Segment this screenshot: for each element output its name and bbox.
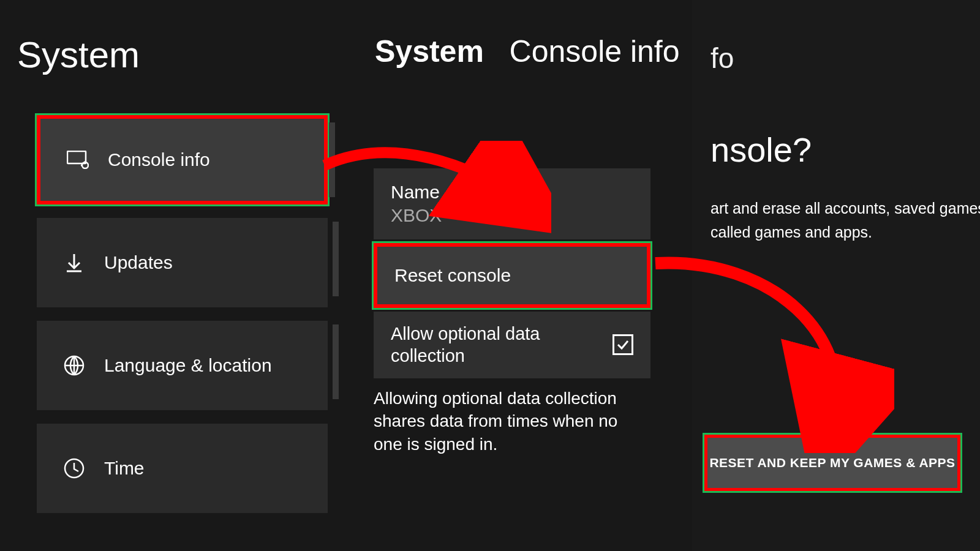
confirm-bg-title: fo — [710, 42, 962, 75]
sidebar-scroll-track — [333, 324, 339, 399]
sidebar-item-label: Time — [104, 458, 145, 479]
reset-keep-games-button[interactable]: RESET AND KEEP MY GAMES & APPS — [704, 435, 960, 491]
allow-data-collection-item[interactable]: Allow optional data collection — [374, 312, 650, 378]
reset-keep-games-label: RESET AND KEEP MY GAMES & APPS — [709, 455, 955, 470]
breadcrumb-console-info: Console info — [510, 34, 680, 69]
allow-data-checkbox[interactable] — [612, 334, 633, 355]
console-info-list: Name XBOX Reset console Allow optional d… — [374, 168, 650, 456]
system-sidebar: Console info Updates Language & location — [37, 115, 328, 527]
reset-console-item[interactable]: Reset console — [374, 243, 650, 308]
reset-console-label: Reset console — [394, 265, 630, 286]
sidebar-item-updates[interactable]: Updates — [37, 218, 328, 307]
sidebar-scroll-track — [329, 122, 335, 197]
globe-icon — [62, 354, 86, 377]
sidebar-item-label: Language & location — [104, 355, 272, 376]
sidebar-item-label: Console info — [108, 149, 210, 170]
breadcrumb: System Console info — [375, 34, 680, 69]
sidebar-item-language[interactable]: Language & location — [37, 321, 328, 410]
console-name-item[interactable]: Name XBOX — [374, 168, 650, 239]
console-name-label: Name — [391, 182, 633, 203]
allow-data-description: Allowing optional data collection shares… — [374, 387, 643, 456]
allow-data-label: Allow optional data collection — [391, 323, 575, 367]
monitor-gear-icon — [66, 148, 89, 171]
sidebar-item-time[interactable]: Time — [37, 424, 328, 513]
svg-rect-0 — [67, 151, 86, 163]
confirm-desc-line2: called games and apps. — [710, 223, 872, 241]
confirm-description: art and erase all accounts, saved games,… — [710, 197, 962, 244]
sidebar-scroll-track — [333, 222, 339, 296]
clock-icon — [62, 457, 86, 480]
sidebar-item-console-info[interactable]: Console info — [37, 115, 328, 204]
confirm-title: nsole? — [710, 130, 962, 170]
confirm-desc-line1: art and erase all accounts, saved games,… — [710, 200, 980, 217]
system-settings-panel: System System Console info Console info — [0, 0, 692, 551]
console-name-value: XBOX — [391, 205, 633, 226]
breadcrumb-system: System — [375, 34, 484, 69]
download-icon — [62, 251, 86, 274]
sidebar-item-label: Updates — [104, 252, 173, 273]
page-title-system: System — [17, 34, 140, 76]
